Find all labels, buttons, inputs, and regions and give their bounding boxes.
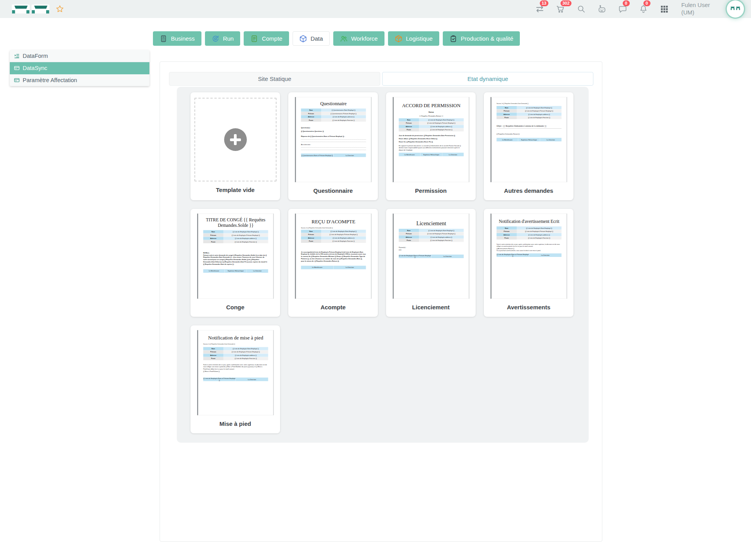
empty-template-dropzone[interactable] xyxy=(194,98,277,181)
chat-icon[interactable]: 0 xyxy=(618,4,628,14)
avatar-logo-icon xyxy=(730,6,741,12)
document-page: Notification d'avertissement EcritNom{{ … xyxy=(490,214,567,299)
tab-data[interactable]: Data xyxy=(293,31,330,46)
tab-compte[interactable]: Compte xyxy=(244,31,289,46)
add-template-icon[interactable] xyxy=(224,128,247,151)
sidebar: DataForm DataSync Paramètre Affectation xyxy=(10,50,149,86)
document-page: QuestionnaireNom{{ Questionnaires.Nom Em… xyxy=(295,97,372,182)
sidebar-item-dataform[interactable]: DataForm xyxy=(10,50,149,62)
template-card-conge[interactable]: TITRE DE CONGÉ {{ Requétes Demandes.Sold… xyxy=(190,209,280,317)
tab-workforce[interactable]: Workforce xyxy=(333,31,384,46)
app-logo[interactable] xyxy=(12,3,50,15)
template-card-questionnaire[interactable]: QuestionnaireNom{{ Questionnaires.Nom Em… xyxy=(288,92,378,200)
document-page: REÇU D'ACOMPTESousse, le {{ Requêtes Dem… xyxy=(295,214,372,299)
tab-production-qualite[interactable]: Production & qualité xyxy=(443,31,520,46)
card-icon xyxy=(14,65,20,71)
document-preview[interactable]: REÇU D'ACOMPTESousse, le {{ Requêtes Dem… xyxy=(295,214,372,299)
card-icon xyxy=(14,77,20,83)
datasync-panel: Site Statique Etat dynamique Template vi… xyxy=(160,61,602,542)
sidebar-item-label: Paramètre Affectation xyxy=(23,77,77,83)
sidebar-item-label: DataForm xyxy=(23,53,48,59)
exchange-arrows-icon[interactable]: 13 xyxy=(535,4,545,14)
tab-label: Business xyxy=(171,35,195,42)
etat-dynamique-button[interactable]: Etat dynamique xyxy=(382,72,593,86)
tab-label: Logistique xyxy=(406,35,433,42)
template-name: Permission xyxy=(415,187,447,194)
document-page: Notification de mise à piedSousse, le {{… xyxy=(197,330,274,415)
document-page: TITRE DE CONGÉ {{ Requétes Demandes.Sold… xyxy=(197,214,274,299)
people-icon xyxy=(340,35,348,43)
exchange-badge: 13 xyxy=(540,0,548,6)
sidebar-item-datasync[interactable]: DataSync xyxy=(10,62,149,74)
document-preview[interactable]: TITRE DE CONGÉ {{ Requétes Demandes.Sold… xyxy=(197,214,274,299)
search-icon[interactable] xyxy=(576,4,586,14)
template-card-mise-pied[interactable]: Notification de mise à piedSousse, le {{… xyxy=(190,325,280,433)
document-preview[interactable]: QuestionnaireNom{{ Questionnaires.Nom Em… xyxy=(295,97,372,182)
document-preview[interactable]: Notification de mise à piedSousse, le {{… xyxy=(197,330,274,415)
tab-business[interactable]: Business xyxy=(153,31,201,46)
template-card-permission[interactable]: ACCORD DE PERMISSIONRaison{{ Requêtes De… xyxy=(386,92,476,200)
cart-icon[interactable]: 302 xyxy=(555,4,566,14)
document-preview[interactable]: Sousse, le {{ Requêtes Demandes.Date Dem… xyxy=(490,97,567,182)
tab-label: Production & qualité xyxy=(461,35,513,42)
template-name: Autres demandes xyxy=(504,187,553,194)
robot-icon[interactable] xyxy=(597,4,607,14)
user-avatar[interactable] xyxy=(727,0,744,18)
template-name: Mise à pied xyxy=(219,420,251,427)
tab-run[interactable]: Run xyxy=(205,31,241,46)
tab-label: Data xyxy=(311,35,323,42)
topbar-actions: 13 302 0 xyxy=(535,0,744,18)
tab-label: Compte xyxy=(262,35,282,42)
logo-icon xyxy=(12,3,50,15)
document-page: ACCORD DE PERMISSIONRaison{{ Requêtes De… xyxy=(393,97,469,182)
form-list-icon xyxy=(14,53,20,59)
bell-badge: 0 xyxy=(643,0,650,6)
invoice-icon xyxy=(250,35,258,43)
cart-badge: 302 xyxy=(561,0,571,6)
template-card-avertissements[interactable]: Notification d'avertissement EcritNom{{ … xyxy=(484,209,573,317)
document-page: Sousse, le {{ Requêtes Demandes.Date Dem… xyxy=(490,97,567,182)
template-card-template-vide[interactable]: Template vide xyxy=(190,92,280,200)
document-preview[interactable]: Notification d'avertissement EcritNom{{ … xyxy=(490,214,567,299)
chat-badge: 0 xyxy=(623,0,630,6)
template-name: Avertissements xyxy=(507,304,550,311)
view-toggle: Site Statique Etat dynamique xyxy=(169,72,593,86)
template-name: Acompte xyxy=(320,304,345,311)
sidebar-item-parametre-affectation[interactable]: Paramètre Affectation xyxy=(10,74,149,86)
template-name: Template vide xyxy=(216,187,255,193)
template-card-autres-demandes[interactable]: Sousse, le {{ Requêtes Demandes.Date Dem… xyxy=(484,92,573,200)
sync-gear-icon xyxy=(212,35,219,43)
site-statique-button[interactable]: Site Statique xyxy=(169,72,380,86)
tab-logistique[interactable]: Logistique xyxy=(388,31,439,46)
template-card-acompte[interactable]: REÇU D'ACOMPTESousse, le {{ Requêtes Dem… xyxy=(288,209,378,317)
sidebar-item-label: DataSync xyxy=(23,65,47,71)
document-page: LicenciementNom{{ Liste de Employés.Nom … xyxy=(393,214,469,299)
document-preview[interactable]: LicenciementNom{{ Liste de Employés.Nom … xyxy=(393,214,469,299)
clipboard-check-icon xyxy=(449,35,457,43)
calculator-icon xyxy=(160,35,167,43)
tab-label: Workforce xyxy=(351,35,378,42)
cube-icon xyxy=(299,35,307,43)
template-card-licenciement[interactable]: LicenciementNom{{ Liste de Employés.Nom … xyxy=(386,209,476,317)
module-tabs: Business Run Compte Data Workforce Logis… xyxy=(153,31,520,46)
template-name: Questionnaire xyxy=(313,187,353,194)
template-grid: Template videQuestionnaireNom{{ Question… xyxy=(177,87,589,443)
package-icon xyxy=(395,35,402,43)
topbar: 13 302 0 xyxy=(0,0,751,18)
favorite-star-icon[interactable] xyxy=(56,5,64,13)
apps-grid-icon[interactable] xyxy=(659,4,669,14)
user-name-line1: Fulen User xyxy=(681,2,710,9)
template-name: Conge xyxy=(226,304,244,311)
bell-icon[interactable]: 0 xyxy=(638,4,649,14)
tab-label: Run xyxy=(223,35,234,42)
template-name: Licenciement xyxy=(412,304,450,311)
document-preview[interactable]: ACCORD DE PERMISSIONRaison{{ Requêtes De… xyxy=(393,97,469,182)
user-name[interactable]: Fulen User (UM) xyxy=(681,2,710,16)
user-name-line2: (UM) xyxy=(681,9,710,16)
